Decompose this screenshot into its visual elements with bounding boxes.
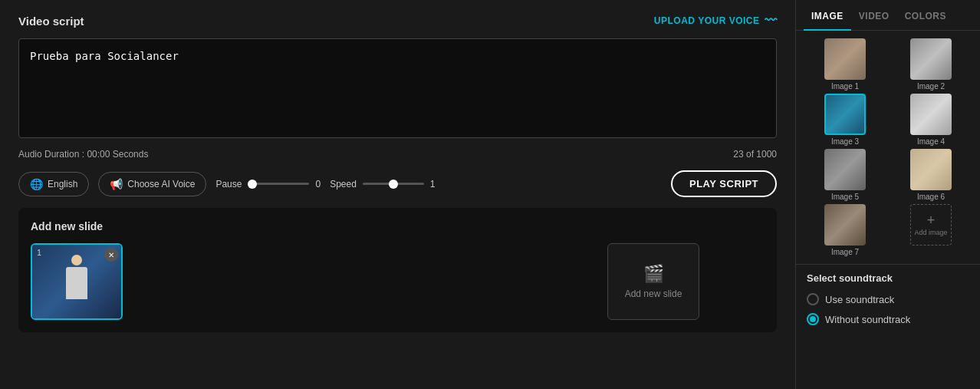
radio-inner-dot [810,316,816,322]
person-body [66,267,87,299]
pause-slider[interactable] [248,183,309,185]
image-label-1: Image 1 [831,82,859,91]
image-thumb-7 [824,204,866,246]
add-slide-title: Add new slide [31,220,765,232]
use-soundtrack-label: Use soundtrack [825,294,894,305]
speed-slider[interactable] [363,183,424,185]
use-soundtrack-option[interactable]: Use soundtrack [807,293,969,305]
script-textarea[interactable]: Prueba para Socialancer [18,38,777,138]
image-thumb-3 [824,94,866,135]
image-item-3[interactable]: Image 3 [804,94,886,146]
add-image-item[interactable]: + Add image [890,204,972,256]
add-image-box[interactable]: + Add image [910,204,952,246]
video-script-header: Video script UPLOAD YOUR VOICE 〰 [18,14,777,28]
video-add-icon: 🎬 [643,264,664,284]
audio-info-row: Audio Duration : 00:00 Seconds 23 of 100… [18,149,777,160]
slide-thumbnail-1[interactable]: 1 ✕ [31,243,123,320]
char-count: 23 of 1000 [733,149,777,160]
use-soundtrack-radio[interactable] [807,293,819,305]
pause-label: Pause [215,179,242,190]
image-item-4[interactable]: Image 4 [890,94,972,146]
play-script-button[interactable]: PLAY SCRIPT [671,170,777,197]
slides-row: 1 ✕ 🎬 Add new slide [31,243,765,320]
image-item-1[interactable]: Image 1 [804,38,886,91]
image-label-6: Image 6 [917,193,945,201]
soundtrack-title: Select soundtrack [807,272,969,284]
upload-voice-label: UPLOAD YOUR VOICE [654,15,760,26]
image-item-7[interactable]: Image 7 [804,204,886,256]
without-soundtrack-option[interactable]: Without soundtrack [807,313,969,325]
image-label-7: Image 7 [831,248,859,256]
globe-icon: 🌐 [30,178,43,190]
image-label-5: Image 5 [831,193,859,201]
language-label: English [48,179,77,190]
slide-number: 1 [37,248,41,257]
image-label-3: Image 3 [831,137,859,146]
upload-voice-button[interactable]: UPLOAD YOUR VOICE 〰 [654,14,777,28]
soundtrack-section: Select soundtrack Use soundtrack Without… [796,264,980,341]
audio-duration-label: Audio Duration : 00:00 Seconds [18,149,148,160]
add-new-slide-button[interactable]: 🎬 Add new slide [607,243,699,320]
image-thumb-6 [910,149,952,190]
waveform-icon: 〰 [765,14,778,28]
tabs-row: IMAGE VIDEO COLORS [796,0,980,31]
add-slide-section: Add new slide 1 ✕ 🎬 Add new slide [18,208,777,332]
pause-control: Pause 0 [215,179,321,190]
image-item-2[interactable]: Image 2 [890,38,972,91]
controls-row: 🌐 English 📢 Choose AI Voice Pause 0 Spee… [18,170,777,197]
speed-control: Speed 1 [330,179,435,190]
speaker-icon: 📢 [110,178,123,190]
without-soundtrack-label: Without soundtrack [825,314,910,325]
person-head [71,255,82,265]
pause-value: 0 [315,179,321,190]
image-item-6[interactable]: Image 6 [890,149,972,201]
without-soundtrack-radio[interactable] [807,313,819,325]
image-thumb-5 [824,149,866,190]
person-silhouette [61,255,92,308]
tab-image[interactable]: IMAGE [804,0,851,31]
tab-video[interactable]: VIDEO [851,0,897,31]
tab-colors[interactable]: COLORS [897,0,954,31]
slide-close-button[interactable]: ✕ [104,248,118,262]
images-grid: Image 1 Image 2 Image 3 Image 4 Image 5 … [796,31,980,264]
language-button[interactable]: 🌐 English [18,172,89,196]
image-label-2: Image 2 [917,82,945,91]
image-thumb-2 [910,38,952,80]
left-panel: Video script UPLOAD YOUR VOICE 〰 Prueba … [0,0,796,389]
ai-voice-label: Choose AI Voice [127,179,195,190]
speed-label: Speed [330,179,357,190]
image-label-4: Image 4 [917,137,945,146]
right-panel: IMAGE VIDEO COLORS Image 1 Image 2 Image… [796,0,980,389]
add-new-slide-label: Add new slide [625,288,682,299]
image-item-5[interactable]: Image 5 [804,149,886,201]
speed-value: 1 [430,179,436,190]
image-thumb-1 [824,38,866,80]
add-image-text: Add image [914,229,947,236]
add-image-plus-icon: + [927,213,936,227]
video-script-title: Video script [18,15,84,28]
image-thumb-4 [910,94,952,135]
ai-voice-button[interactable]: 📢 Choose AI Voice [98,172,206,196]
